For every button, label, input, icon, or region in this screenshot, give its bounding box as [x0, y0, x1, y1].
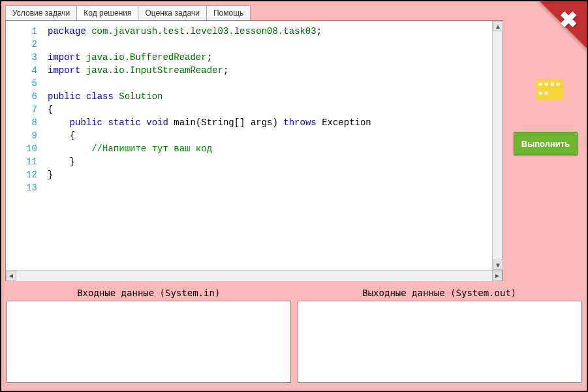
tab-task[interactable]: Условие задачи: [5, 5, 77, 20]
line-number: 11: [6, 155, 37, 168]
code-line[interactable]: package com.javarush.test.level03.lesson…: [48, 25, 503, 38]
code-line[interactable]: //Напишите тут ваш код: [48, 142, 503, 155]
horizontal-scrollbar[interactable]: ◄ ►: [6, 270, 503, 280]
code-area[interactable]: package com.javarush.test.level03.lesson…: [42, 21, 503, 270]
tab-code[interactable]: Код решения: [76, 5, 138, 20]
code-line[interactable]: public static void main(String[] args) t…: [48, 116, 503, 129]
scroll-down-icon[interactable]: ▼: [493, 260, 503, 270]
line-number: 9: [6, 129, 37, 142]
line-number: 13: [6, 181, 37, 194]
input-box[interactable]: [7, 301, 291, 383]
line-number: 2: [6, 38, 37, 51]
line-numbers: 12345678910111213: [6, 21, 42, 270]
io-panels: Входные данные (System.in) Выходные данн…: [1, 285, 587, 388]
vertical-scrollbar[interactable]: ▲ ▼: [492, 21, 503, 270]
code-editor[interactable]: 12345678910111213 package com.javarush.t…: [5, 20, 503, 281]
line-number: 3: [6, 51, 37, 64]
close-icon[interactable]: ✖: [559, 7, 578, 33]
line-number: 7: [6, 103, 37, 116]
line-number: 10: [6, 142, 37, 155]
line-number: 6: [6, 90, 37, 103]
code-line[interactable]: {: [48, 103, 503, 116]
input-label: Входные данные (System.in): [7, 285, 291, 301]
code-line[interactable]: [48, 181, 503, 194]
ticket-icon[interactable]: [536, 80, 563, 100]
code-line[interactable]: [48, 77, 503, 90]
line-number: 4: [6, 64, 37, 77]
line-number: 8: [6, 116, 37, 129]
code-line[interactable]: import java.io.InputStreamReader;: [48, 64, 503, 77]
tab-grade[interactable]: Оценка задачи: [138, 5, 206, 20]
scroll-up-icon[interactable]: ▲: [493, 21, 503, 31]
scroll-left-icon[interactable]: ◄: [6, 271, 16, 281]
line-number: 5: [6, 77, 37, 90]
line-number: 12: [6, 168, 37, 181]
code-line[interactable]: [48, 38, 503, 51]
code-line[interactable]: import java.io.BufferedReader;: [48, 51, 503, 64]
code-line[interactable]: public class Solution: [48, 90, 503, 103]
tab-help[interactable]: Помощь: [206, 5, 251, 20]
scroll-right-icon[interactable]: ►: [492, 271, 503, 281]
output-label: Выходные данные (System.out): [298, 285, 582, 301]
run-button[interactable]: Выполнить: [514, 132, 578, 155]
output-box[interactable]: [298, 301, 582, 383]
code-line[interactable]: {: [48, 129, 503, 142]
code-line[interactable]: }: [48, 155, 503, 168]
tab-bar: Условие задачи Код решения Оценка задачи…: [1, 1, 587, 20]
line-number: 1: [6, 25, 37, 38]
code-line[interactable]: }: [48, 168, 503, 181]
